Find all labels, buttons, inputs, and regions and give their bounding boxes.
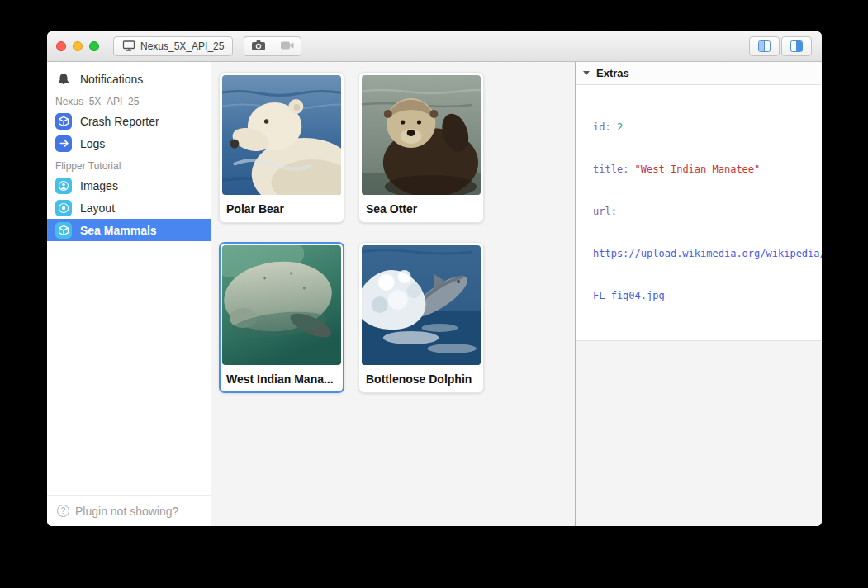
- device-selector-button[interactable]: Nexus_5X_API_25: [113, 36, 233, 56]
- sea-mammals-content: Polar Bear: [211, 62, 575, 526]
- details-panel: Extras id: 2 title: "West Indian Manatee…: [575, 62, 822, 526]
- sidebar-section-app: Flipper Tutorial: [47, 154, 211, 174]
- panel-right-icon: [790, 40, 803, 52]
- json-key: url: [593, 206, 611, 217]
- json-url-line[interactable]: FL_fig04.jpg: [593, 289, 822, 303]
- minimize-window-button[interactable]: [73, 41, 83, 51]
- video-camera-icon: [280, 40, 295, 53]
- json-key: title: [593, 164, 623, 175]
- sidebar-item-label: Layout: [80, 202, 115, 215]
- sidebar-item-label: Images: [80, 179, 118, 192]
- toggle-left-sidebar-button[interactable]: [749, 36, 780, 56]
- device-name-label: Nexus_5X_API_25: [140, 40, 224, 52]
- title-bar: Nexus_5X_API_25: [47, 31, 822, 62]
- sidebar-item-label: Notifications: [80, 73, 143, 86]
- extras-json-viewer: id: 2 title: "West Indian Manatee" url: …: [576, 85, 822, 341]
- json-number-value: 2: [617, 121, 623, 133]
- card-polar-bear[interactable]: Polar Bear: [219, 72, 344, 223]
- card-sea-otter[interactable]: Sea Otter: [358, 72, 484, 223]
- capture-button-group: [244, 36, 301, 56]
- dolphin-image: [362, 245, 481, 365]
- details-panel-empty-area: [576, 341, 822, 526]
- close-window-button[interactable]: [56, 41, 66, 51]
- bell-icon: [55, 73, 72, 86]
- sidebar-item-label: Logs: [80, 137, 105, 150]
- target-icon: [55, 200, 72, 216]
- extras-section-header[interactable]: Extras: [576, 62, 822, 85]
- plugin-sidebar: Notifications Nexus_5X_API_25 Crash Repo…: [47, 62, 211, 526]
- panel-left-icon: [758, 40, 771, 52]
- sea-otter-image: [362, 75, 481, 195]
- chevron-down-icon: [583, 71, 590, 75]
- sidebar-item-layout[interactable]: Layout: [47, 197, 211, 219]
- screenshot-button[interactable]: [244, 36, 273, 56]
- sidebar-section-device: Nexus_5X_API_25: [47, 90, 211, 110]
- manatee-image: [222, 245, 341, 365]
- screen-record-button[interactable]: [273, 36, 301, 56]
- card-west-indian-manatee[interactable]: West Indian Mana...: [219, 242, 344, 393]
- json-separator: :: [623, 164, 634, 175]
- sidebar-item-crash-reporter[interactable]: Crash Reporter: [47, 110, 211, 132]
- card-title: Sea Otter: [362, 195, 481, 216]
- toggle-right-sidebar-button[interactable]: [781, 36, 812, 56]
- sidebar-item-images[interactable]: Images: [47, 174, 211, 197]
- plugin-not-showing-link[interactable]: ? Plugin not showing?: [47, 495, 211, 526]
- arrow-right-icon: [55, 135, 72, 152]
- person-circle-icon: [55, 178, 72, 194]
- card-grid: Polar Bear: [219, 72, 575, 393]
- json-url-line[interactable]: https://upload.wikimedia.org/wikipedia/c…: [593, 247, 822, 261]
- sidebar-item-notifications[interactable]: Notifications: [47, 68, 211, 90]
- sidebar-item-sea-mammals[interactable]: Sea Mammals: [47, 219, 211, 241]
- sidebar-item-logs[interactable]: Logs: [47, 132, 211, 154]
- plugin-not-showing-label: Plugin not showing?: [75, 505, 178, 518]
- json-separator: :: [611, 206, 623, 217]
- monitor-icon: [122, 40, 135, 54]
- cube-icon: [55, 113, 72, 130]
- sidebar-item-label: Crash Reporter: [80, 115, 159, 128]
- panel-toggle-group: [749, 36, 812, 56]
- json-row-title: title: "West Indian Manatee": [593, 163, 822, 177]
- polar-bear-image: [222, 75, 341, 195]
- flipper-window: Nexus_5X_API_25: [47, 31, 822, 526]
- card-title: Bottlenose Dolphin: [362, 365, 481, 386]
- json-key: id: [593, 121, 605, 133]
- extras-title: Extras: [596, 67, 629, 79]
- question-circle-icon: ?: [57, 505, 69, 517]
- zoom-window-button[interactable]: [89, 41, 99, 51]
- card-bottlenose-dolphin[interactable]: Bottlenose Dolphin: [358, 242, 484, 393]
- card-title: Polar Bear: [222, 195, 341, 216]
- traffic-lights: [56, 41, 99, 51]
- card-title: West Indian Mana...: [222, 365, 341, 386]
- json-row-url: url:: [593, 205, 822, 219]
- cube-icon: [55, 222, 72, 239]
- json-string-value: "West Indian Manatee": [635, 164, 761, 175]
- sidebar-item-label: Sea Mammals: [80, 224, 157, 237]
- camera-icon: [251, 40, 266, 54]
- json-separator: :: [605, 121, 616, 133]
- json-row-id: id: 2: [593, 121, 822, 135]
